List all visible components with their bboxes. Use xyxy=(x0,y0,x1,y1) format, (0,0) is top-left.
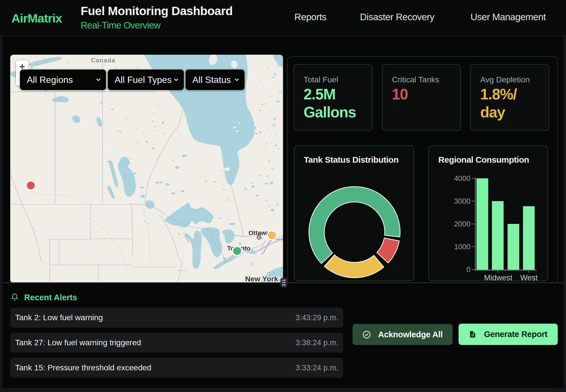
svg-text:1000: 1000 xyxy=(454,242,471,251)
svg-text:2000: 2000 xyxy=(454,220,471,228)
svg-text:Canada: Canada xyxy=(91,57,115,64)
svg-text:4000: 4000 xyxy=(454,174,471,183)
svg-text:West: West xyxy=(520,273,538,282)
svg-text:New York: New York xyxy=(245,275,278,283)
svg-text:3000: 3000 xyxy=(454,197,471,205)
svg-text:0: 0 xyxy=(467,265,471,274)
svg-text:Midwest: Midwest xyxy=(484,273,512,282)
